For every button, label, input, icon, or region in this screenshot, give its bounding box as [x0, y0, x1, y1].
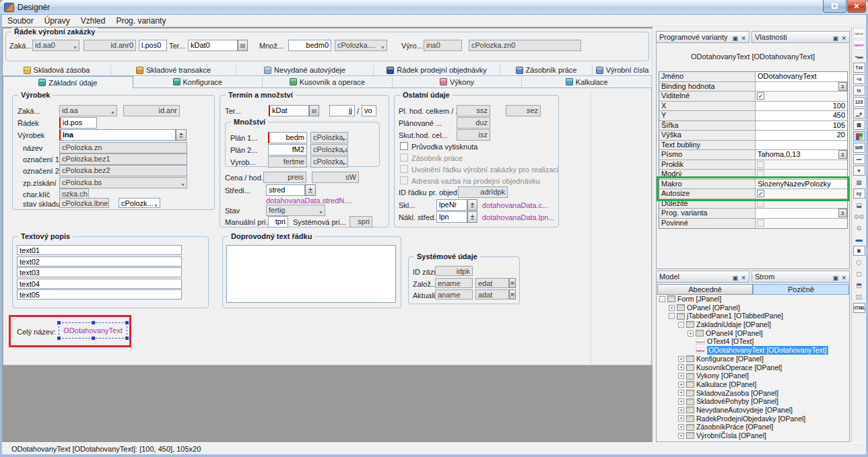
expand-icon[interactable]: + [678, 364, 684, 370]
expand-icon[interactable]: + [678, 382, 684, 388]
selection-handle[interactable] [92, 337, 95, 340]
selection-handle[interactable] [57, 321, 61, 324]
manual-priority-field[interactable]: tpri [268, 216, 288, 227]
lookup-button[interactable]: ± [305, 184, 316, 196]
calendar-spinner-icon[interactable]: ▤ [509, 289, 516, 300]
tree-node-opanel[interactable]: +OPanel [OPanel] [657, 304, 849, 312]
palette-radio-group-icon[interactable]: ⊙⊙ [853, 211, 865, 221]
calendar-spinner-icon[interactable]: ▤ [509, 278, 516, 288]
row-field[interactable]: id.pos [59, 117, 97, 129]
sort-alphabetical-button[interactable]: Abecedně [657, 284, 753, 295]
combo-dropdown-button[interactable]: ± [838, 82, 847, 91]
tree-node-výrobníčísla[interactable]: +VýrobníČísla [OPanel] [657, 431, 849, 440]
palette-grid-icon[interactable]: ≣ [853, 246, 865, 256]
palette-number-icon[interactable]: 123 [853, 97, 865, 107]
period-field[interactable]: vo [362, 105, 376, 116]
text-description-field-2[interactable]: text02 [17, 256, 182, 267]
tree-node-kalkulace[interactable]: +Kalkulace [OPanel] [657, 380, 849, 389]
cost-center-field[interactable]: lpn [436, 211, 467, 223]
tree-node-vykony[interactable]: +Vykony [OPanel] [657, 372, 849, 380]
plan2-field[interactable]: fM2 [268, 144, 307, 155]
tree-node-jtabbedpane1[interactable]: -jTabbedPane1 [OTabbedPane] [657, 312, 849, 320]
quantity-field[interactable]: bedm0 [288, 40, 331, 51]
tree-node-zásobníkpráce[interactable]: +ZásobníkPráce [OPanel] [657, 423, 849, 431]
expand-icon[interactable]: + [678, 356, 684, 362]
travel-card-checkbox[interactable] [400, 142, 408, 150]
minimize-panel-icon[interactable]: ▣ [832, 35, 839, 42]
palette-combo-up-icon[interactable]: ≡± [853, 74, 865, 84]
center-field[interactable]: stred [266, 184, 305, 196]
term-date-field-2[interactable]: kDat [269, 105, 309, 116]
expand-icon[interactable]: + [678, 424, 684, 430]
order-number-field[interactable]: id.anr0 [84, 40, 136, 51]
tree-node-skladovazasoba[interactable]: +SkladovaZasoba [OPanel] [657, 389, 849, 398]
sez-field[interactable]: sez [506, 105, 541, 116]
expand-icon[interactable]: + [678, 415, 684, 421]
property-value[interactable]: SlozenyNazevPolozky [756, 180, 847, 189]
minimize-panel-icon[interactable]: ▣ [732, 275, 739, 281]
tab-nevydan-autov-deje[interactable]: Nevydané autovýdeje [236, 65, 374, 76]
property-value[interactable]: 105 [756, 121, 847, 131]
expand-icon[interactable]: + [678, 407, 684, 413]
designation1-field[interactable]: cPolozka.bez1 [59, 153, 187, 165]
close-button[interactable]: ✕ [847, 0, 866, 13]
tree-node-form[interactable]: -Form [JPanel] [657, 295, 849, 304]
palette-text-icon[interactable]: Txt [853, 63, 865, 73]
order-number-field-2[interactable]: id.anr [123, 105, 180, 116]
tree-node-kusovníkoperace[interactable]: +KusovníkOperace [OPanel] [657, 363, 849, 372]
palette-dropdown-icon[interactable]: ▾ [853, 166, 865, 176]
close-panel-icon[interactable]: ✕ [841, 35, 847, 42]
tree-node-nevydaneautovydeje[interactable]: +NevydaneAutovydeje [OPanel] [657, 406, 849, 415]
tab--dek-prodejn-objedn-vky[interactable]: Řádek prodejní objednávky [374, 65, 500, 76]
system-priority-field[interactable]: spri [349, 216, 372, 227]
menu-item--pravy[interactable]: Úpravy [39, 16, 75, 26]
product-field[interactable]: ina0 [424, 40, 462, 51]
palette-label-purple-icon[interactable]: label [853, 40, 865, 50]
checkbox-icon[interactable]: ✓ [757, 92, 764, 100]
tab-skladov-z-soba[interactable]: Skladová zásoba [3, 65, 111, 76]
product-name-field[interactable]: cPolozka.zn0 [469, 40, 581, 51]
updated-date-field[interactable]: adat [475, 289, 509, 300]
expand-icon[interactable]: + [678, 373, 684, 379]
selected-component[interactable]: ODotahovanyText [59, 322, 127, 339]
palette-date-icon[interactable]: ▤ [853, 120, 865, 130]
tree-node-zakladniudaje[interactable]: -ZakladniUdaje [OPanel] [657, 320, 849, 329]
tab-kusovn-k-a-operace[interactable]: Kusovník a operace [263, 76, 393, 88]
stock-state-combo[interactable]: cPolozk...▼ [119, 198, 160, 208]
lookup-button[interactable]: ± [176, 129, 187, 141]
combo-dropdown-button[interactable]: ± [838, 150, 847, 159]
text-description-field-3[interactable]: text03 [17, 267, 182, 277]
property-value[interactable]: ✓ [756, 189, 847, 199]
maximize-button[interactable] [823, 0, 846, 13]
tree-node-opanel4[interactable]: +OPanel4 [OPanel] [657, 329, 849, 338]
selection-handle[interactable] [125, 321, 129, 324]
expand-icon[interactable]: + [678, 390, 684, 396]
tree-node-radekprodejniobjedavky[interactable]: +RadekProdejniObjedavky [OPanel] [657, 415, 849, 423]
created-by-field[interactable]: ename [435, 278, 473, 288]
palette-shape-icon[interactable]: ⬡ [853, 257, 865, 267]
order-combo[interactable]: id.aa0▼ [32, 40, 79, 51]
palette-radio-icon[interactable]: ⊙ [853, 223, 865, 233]
tab-v-kony[interactable]: Výkony [393, 76, 523, 88]
collapse-icon[interactable]: - [678, 322, 684, 328]
expand-icon[interactable]: + [678, 433, 684, 439]
panel-header-prog-variants[interactable]: Programové varianty ▣ ✕ [656, 31, 749, 43]
lookup-button[interactable]: ± [467, 199, 477, 211]
tree-node-skladovépohyby[interactable]: +SkladovéPohyby [OPanel] [657, 397, 849, 406]
palette-splitpane-icon[interactable]: ⬒ [853, 280, 865, 290]
property-value[interactable]: ODotahovanyText [756, 72, 847, 81]
acquisition-combo[interactable]: cPolozka.bs▼ [59, 177, 187, 188]
palette-button-icon[interactable]: ▬ [853, 234, 865, 244]
tab-konfigurace[interactable]: Konfigurace [133, 76, 263, 88]
property-value[interactable]: 20 [756, 131, 847, 140]
menu-item-soubor[interactable]: Soubor [2, 16, 39, 26]
expand-icon[interactable]: + [688, 330, 694, 337]
palette-slider-icon[interactable]: ▯▯ [853, 291, 865, 302]
duz-field[interactable]: duz [457, 117, 490, 129]
calendar-spinner-icon[interactable]: ▤ [238, 40, 248, 51]
name-field[interactable]: cPolozka.zn [59, 142, 187, 153]
palette-table-icon[interactable]: ▦ [853, 177, 865, 187]
order-combo-2[interactable]: id.aa▼ [59, 105, 117, 116]
palette-mr-icon[interactable]: MR [853, 143, 865, 153]
stock-state-field[interactable]: cPolozka.lbneu [59, 198, 109, 208]
